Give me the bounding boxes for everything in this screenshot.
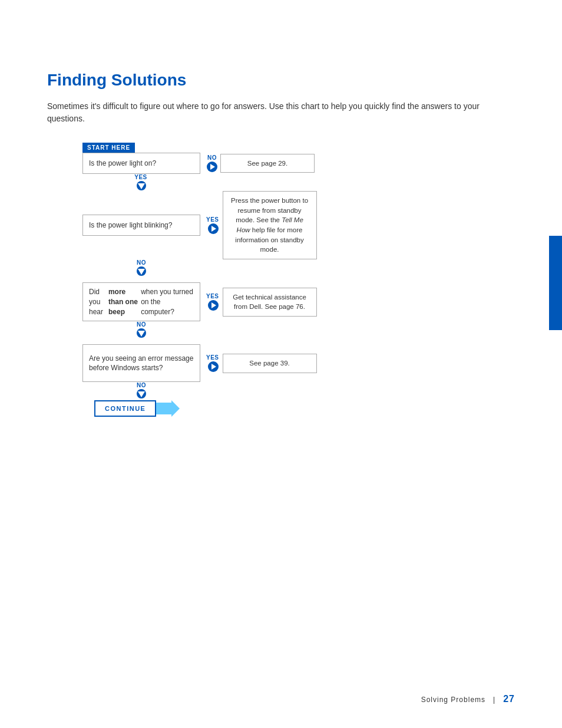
intro-text: Sometimes it's difficult to figure out w… xyxy=(47,100,483,125)
continue-row: CONTINUE xyxy=(94,400,389,417)
answer-4: See page 39. xyxy=(223,354,317,373)
arrow-down-q2 xyxy=(135,266,147,276)
q2-row: Is the power light blinking? YES Press t… xyxy=(82,191,389,259)
page-content: Finding Solutions Sometimes it's difficu… xyxy=(0,0,530,452)
arrow-down-q3 xyxy=(135,328,147,338)
footer-section: Solving Problems xyxy=(421,696,485,704)
answer-3: Get technical assistance from Dell. See … xyxy=(223,288,317,317)
start-badge: START HERE xyxy=(82,143,135,153)
sidebar-tab xyxy=(549,236,562,330)
answer-2: Press the power button to resume from st… xyxy=(223,191,317,259)
question-3: Did you hear more than one beep when you… xyxy=(82,282,200,321)
svg-marker-16 xyxy=(156,400,180,417)
yes-arrow-q3: YES xyxy=(203,293,220,311)
footer-separator: | xyxy=(493,696,495,704)
arrow-right-icon-q1 xyxy=(206,161,218,173)
q3-row: Did you hear more than one beep when you… xyxy=(82,282,389,321)
continue-arrow-icon xyxy=(156,400,180,417)
question-4: Are you seeing an error message before W… xyxy=(82,344,200,382)
yes-label-q2: YES xyxy=(206,216,219,223)
arrow-down-q1 xyxy=(135,180,147,191)
page-footer: Solving Problems | 27 xyxy=(421,694,515,704)
no-down-q4: NO xyxy=(82,382,200,399)
continue-button[interactable]: CONTINUE xyxy=(94,400,156,417)
no-arrow-q1: NO xyxy=(203,154,218,173)
yes-label-q3: YES xyxy=(206,293,219,299)
arrow-right-icon-q4 xyxy=(207,361,219,373)
no-label-q1: NO xyxy=(207,154,217,161)
arrow-right-icon-q3 xyxy=(207,299,219,311)
page-title: Finding Solutions xyxy=(47,71,483,90)
yes-arrow-q4: YES xyxy=(203,354,220,373)
no-down-q3: NO xyxy=(82,321,200,338)
arrow-right-icon-q2 xyxy=(207,223,219,235)
question-1: Is the power light on? xyxy=(82,153,200,174)
no-down-q2: NO xyxy=(82,259,200,276)
flowchart: START HERE Is the power light on? NO See… xyxy=(82,143,389,417)
q4-row: Are you seeing an error message before W… xyxy=(82,344,389,382)
question-2: Is the power light blinking? xyxy=(82,215,200,236)
yes-arrow-q2: YES xyxy=(203,216,220,235)
page-number: 27 xyxy=(503,694,515,704)
yes-label-q4: YES xyxy=(206,354,219,361)
q1-row: Is the power light on? NO See page 29. xyxy=(82,153,389,174)
answer-1: See page 29. xyxy=(220,154,315,173)
yes-down-q1: YES xyxy=(82,174,200,191)
arrow-down-q4 xyxy=(135,388,147,399)
